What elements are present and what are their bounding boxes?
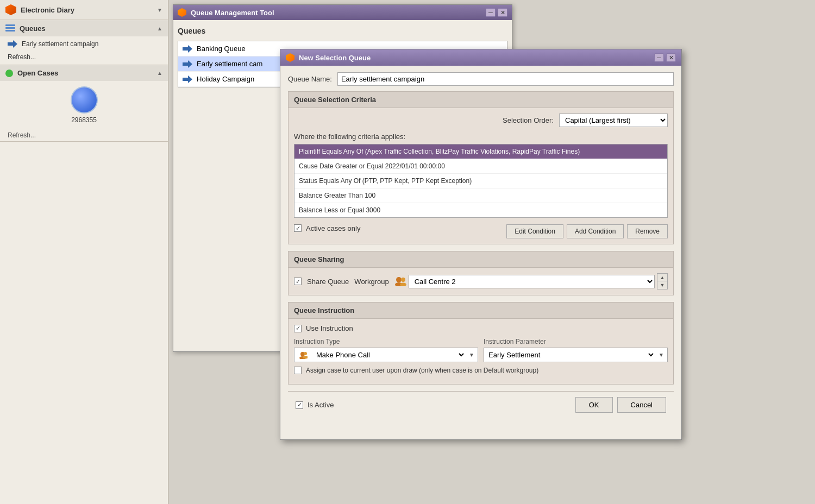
sharing-section-body: Share Queue Workgroup Call Centre 2 [289, 268, 673, 295]
case-item[interactable]: 2968355 [0, 81, 168, 129]
nsq-titlebar: New Selection Queue ─ ✕ [280, 49, 681, 66]
workgroup-select[interactable]: Call Centre 2 [409, 275, 655, 288]
criteria-list: Plaintiff Equals Any Of (Apex Traffic Co… [294, 144, 668, 218]
phone-icon [298, 351, 309, 360]
criteria-item-3[interactable]: Balance Greater Than 100 [294, 188, 667, 203]
sharing-section-header: Queue Sharing [289, 251, 673, 268]
qmt-icon [178, 8, 186, 17]
ok-cancel-buttons: OK Cancel [575, 397, 666, 413]
is-active-row: Is Active [296, 401, 334, 409]
selection-order-select[interactable]: Capital (Largest first) [559, 114, 668, 127]
queues-label: Queues [20, 24, 46, 33]
use-instruction-checkbox[interactable] [294, 325, 302, 332]
case-refresh[interactable]: Refresh... [0, 129, 168, 141]
instruction-param-select[interactable]: Early Settlement [484, 348, 655, 362]
add-condition-button[interactable]: Add Condition [567, 224, 624, 238]
nsq-minimize-button[interactable]: ─ [654, 53, 664, 62]
sidebar-refresh[interactable]: Refresh... [0, 51, 168, 64]
svg-rect-0 [5, 24, 15, 26]
qmt-titlebar-buttons: ─ ✕ [486, 8, 507, 17]
app-header[interactable]: Electronic Diary ▼ [0, 0, 168, 20]
selection-order-row: Selection Order: Capital (Largest first) [294, 114, 668, 127]
instruction-type-select-wrap: Make Phone Call ▼ [294, 348, 478, 362]
use-instruction-label: Use Instruction [306, 324, 353, 332]
queue-name-input[interactable] [337, 72, 674, 86]
open-cases-section: Open Cases ▲ 2968355 Refresh... [0, 65, 168, 142]
workgroup-select-wrap: Call Centre 2 ▲ ▼ [394, 273, 668, 289]
criteria-item-1[interactable]: Cause Date Greater or Equal 2022/01/01 0… [294, 159, 667, 174]
app-icon [5, 4, 16, 15]
instruction-type-arrow[interactable]: ▼ [466, 352, 478, 358]
instruction-param-label: Instruction Parameter [484, 338, 668, 345]
nsq-titlebar-buttons: ─ ✕ [654, 53, 676, 62]
workgroup-down-button[interactable]: ▼ [657, 281, 667, 289]
assign-checkbox[interactable] [294, 367, 302, 374]
instruction-param-col: Instruction Parameter Early Settlement ▼ [484, 338, 668, 362]
svg-marker-10 [188, 75, 192, 83]
instruction-section-body: Use Instruction Instruction Type [289, 319, 673, 384]
svg-rect-3 [8, 42, 13, 46]
avatar [71, 86, 98, 114]
criteria-item-2[interactable]: Status Equals Any Of (PTP, PTP Kept, PTP… [294, 174, 667, 188]
svg-marker-8 [188, 60, 192, 68]
open-cases-chevron: ▲ [157, 70, 162, 76]
nsq-bottom: Is Active OK Cancel [288, 391, 674, 418]
criteria-section-body: Selection Order: Capital (Largest first)… [289, 108, 673, 244]
workgroup-up-button[interactable]: ▲ [657, 274, 667, 281]
svg-rect-5 [183, 47, 188, 51]
criteria-label: Where the following criteria applies: [294, 133, 668, 141]
nsq-close-button[interactable]: ✕ [666, 53, 676, 62]
is-active-label: Is Active [308, 401, 334, 409]
svg-rect-9 [183, 78, 188, 81]
criteria-section-header: Queue Selection Criteria [289, 92, 673, 108]
nsq-icon [286, 53, 294, 62]
nsq-body: Queue Name: Queue Selection Criteria Sel… [280, 66, 681, 437]
queues-section-header[interactable]: Queues ▲ [0, 20, 168, 36]
queue-arrow-icon [8, 40, 17, 48]
criteria-section: Queue Selection Criteria Selection Order… [288, 91, 674, 244]
instruction-type-label: Instruction Type [294, 338, 478, 345]
svg-rect-1 [5, 27, 15, 29]
active-cases-row: Active cases only [294, 224, 360, 232]
svg-point-13 [401, 278, 405, 282]
instruction-type-select[interactable]: Make Phone Call [312, 348, 466, 362]
instruction-type-col: Instruction Type [294, 338, 478, 362]
cancel-button[interactable]: Cancel [617, 397, 666, 413]
criteria-item-4[interactable]: Balance Less or Equal 3000 [294, 203, 667, 217]
sidebar-item-early-settlement[interactable]: Early settlement campaign [0, 37, 168, 51]
svg-point-11 [396, 277, 402, 282]
active-cases-label: Active cases only [306, 224, 360, 232]
queue-arrow-icon [183, 60, 192, 68]
is-active-checkbox[interactable] [296, 401, 303, 409]
instruction-section: Queue Instruction Use Instruction Instru… [288, 302, 674, 385]
queue-name-row: Queue Name: [288, 72, 674, 86]
qmt-title: Queue Management Tool [191, 9, 274, 17]
sidebar-queue-items: Early settlement campaign Refresh... [0, 36, 168, 65]
qmt-titlebar: Queue Management Tool ─ ✕ [173, 5, 512, 20]
share-queue-checkbox[interactable] [294, 278, 302, 285]
ok-button[interactable]: OK [575, 397, 613, 413]
instruction-param-arrow[interactable]: ▼ [655, 352, 667, 358]
criteria-item-0[interactable]: Plaintiff Equals Any Of (Apex Traffic Co… [294, 144, 667, 159]
queue-arrow-icon [183, 45, 192, 53]
app-chevron: ▼ [157, 7, 162, 13]
open-cases-header[interactable]: Open Cases ▲ [0, 65, 168, 81]
workgroup-label: Workgroup [354, 278, 388, 286]
assign-label: Assign case to current user upon draw (o… [306, 367, 538, 374]
active-cases-checkbox[interactable] [294, 224, 302, 232]
use-instruction-row: Use Instruction [294, 324, 668, 332]
qmt-minimize-button[interactable]: ─ [486, 8, 496, 17]
workgroup-icon [394, 276, 406, 286]
svg-marker-4 [13, 40, 17, 48]
qmt-close-button[interactable]: ✕ [498, 8, 507, 17]
edit-condition-button[interactable]: Edit Condition [506, 224, 563, 238]
workgroup-arrows: ▲ ▼ [657, 273, 668, 289]
share-queue-label: Share Queue [307, 278, 349, 286]
sidebar-item-label: Early settlement campaign [22, 40, 98, 48]
selection-order-label: Selection Order: [503, 116, 554, 124]
nsq-title: New Selection Queue [299, 54, 371, 62]
remove-button[interactable]: Remove [627, 224, 668, 238]
instruction-cols: Instruction Type [294, 338, 668, 362]
assign-row: Assign case to current user upon draw (o… [294, 367, 668, 374]
qmt-queues-label: Queues [178, 24, 507, 37]
